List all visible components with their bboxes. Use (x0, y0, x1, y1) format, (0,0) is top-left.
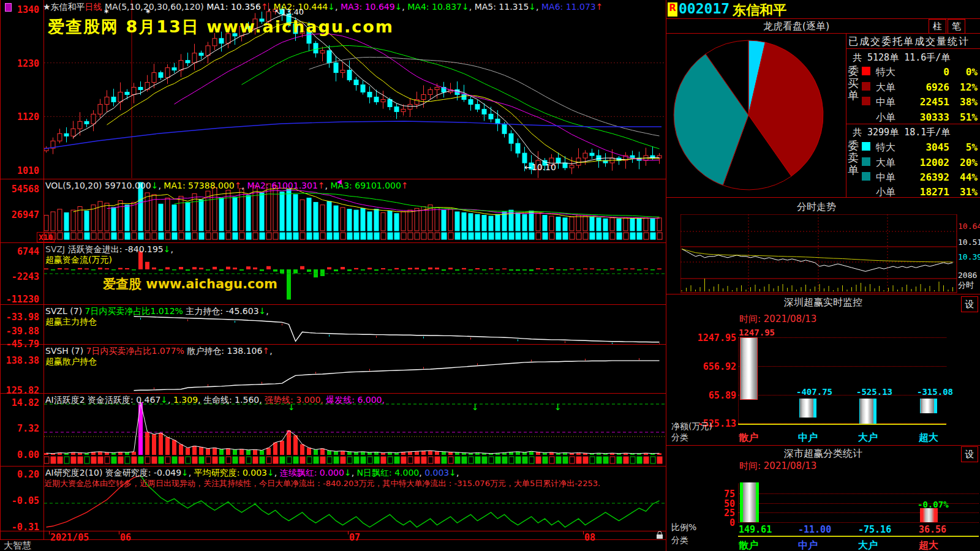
annotation-low: ←10.10 (524, 162, 556, 172)
header-segment: ↓ (267, 468, 274, 478)
tab-tick-mode[interactable]: 笔 (948, 19, 965, 34)
header-segment: MA(5,10,20,30,60,120) (102, 2, 207, 12)
header-segment: ↓ (164, 244, 171, 254)
date-label: 07 (349, 532, 360, 543)
header-segment: , (268, 2, 274, 12)
monitor-axis (738, 337, 739, 423)
class-stats-class-label: 分类 (671, 535, 688, 546)
monitor-title: 深圳超赢实时监控 (666, 296, 980, 309)
tab-column-mode[interactable]: 柱 (929, 19, 946, 34)
header-segment: ↑ (318, 181, 325, 190)
app-window: ★东信和平日线 MA(5,10,20,30,60,120) MA1: 10.35… (0, 0, 980, 551)
lock-icon[interactable] (655, 531, 664, 539)
svzl-header: SVZL (7) 7日内买卖净占比1.012% 主力持仓: -45.603↓, (45, 306, 269, 317)
class-y-label: 0 (710, 517, 735, 528)
fenshi-chart[interactable] (680, 214, 957, 293)
monitor-category: 超大 (919, 432, 938, 444)
svg-text:↓: ↓ (554, 402, 562, 412)
fenshi-right-label: 2086 (958, 271, 977, 280)
header-segment: ↑ (262, 346, 270, 356)
header-segment: , 生命线: 1.560, (198, 395, 265, 405)
app-corner-icon[interactable] (5, 3, 12, 12)
header-segment: , (274, 468, 280, 478)
date-label: 08 (584, 532, 595, 543)
header-segment: ↑ (235, 181, 242, 190)
order-row-value: 18271 (889, 186, 949, 198)
monitor-gridline (738, 366, 946, 367)
fenshi-right-label: 10.64 (958, 222, 980, 231)
buy-total: 共 5128单 11.6手/单 (853, 52, 950, 64)
header-segment: , (266, 306, 268, 316)
header-segment: , (536, 2, 541, 12)
header-segment: 0.003 (424, 468, 449, 478)
header-segment: , (402, 2, 407, 12)
svsh-axis-label: 138.38 (0, 355, 39, 366)
order-pie-chart (670, 36, 827, 194)
status-app-name: 大智慧 (4, 540, 31, 551)
monitor-category: 散户 (739, 432, 758, 444)
header-segment: ↓ (449, 468, 456, 478)
header-segment: 连续飘红: 0.000 (280, 468, 344, 478)
monitor-category: 大户 (858, 432, 878, 444)
date-tick (348, 531, 349, 534)
class-category: 超大 (919, 539, 938, 551)
header-segment: ↓ (259, 306, 266, 316)
monitor-y-label: 656.92 (691, 361, 736, 372)
date-label: 2021/05 (50, 532, 89, 543)
monitor-y-label: 1247.95 (691, 332, 736, 343)
svzj-axis-label: -2243 (0, 271, 39, 282)
svzl-axis-label: -39.88 (0, 326, 39, 337)
order-row-pct: 31% (951, 186, 978, 198)
header-segment: MA3: 10.649 (341, 2, 395, 12)
monitor-class-label: 分类 (671, 432, 688, 443)
stock-code[interactable]: 002017 (679, 1, 729, 17)
date-tick (583, 531, 584, 534)
r-badge: R (668, 2, 677, 17)
sell-total: 共 3299单 18.1手/单 (853, 127, 950, 138)
order-row-pct: 51% (951, 111, 978, 123)
header-segment: SVSH (7) (45, 346, 86, 356)
header-segment: 散户持仓: 138.106 (184, 346, 263, 356)
header-segment: 主力持仓: -45.603 (183, 306, 259, 316)
legend-square (862, 172, 870, 181)
header-segment: 东信和平 (51, 2, 85, 12)
legend-square (862, 82, 870, 91)
monitor-baseline (738, 424, 946, 425)
ai1-axis-label: 7.32 (0, 423, 39, 434)
header-segment: ↑ (261, 2, 268, 12)
stock-name[interactable]: 东信和平 (733, 1, 786, 20)
header-segment: 爆发线: 6.000, (326, 395, 385, 405)
header-segment: ↓ (160, 395, 168, 405)
header-segment: VOL(5,10,20) 59710.000 (45, 181, 151, 190)
watermark-aichagu: 爱查股网 8月13日 www.aichagu.com (48, 16, 394, 38)
order-table-title: 已成交委托单成交量统计 (848, 36, 970, 48)
date-label: 06 (120, 532, 131, 543)
monitor-bar-value: -407.75 (796, 387, 832, 397)
svsh-header: SVSH (7) 7日内买卖净占比1.077% 散户持仓: 138.106↑, (45, 346, 273, 357)
svzj-header: SVZJ 活跃资金进出: -840.195↓, (45, 244, 173, 255)
header-segment: 日线 (85, 2, 102, 12)
order-row-pct: 5% (951, 141, 978, 153)
class-bar-value: 36.56 (919, 524, 946, 535)
monitor-gridline (738, 395, 946, 395)
header-segment: MA4: 10.837 (407, 2, 462, 12)
monitor-gridline (738, 337, 946, 338)
svzl-subtitle: 超赢主力持仓 (45, 317, 97, 328)
class-bar-value: 149.61 (739, 524, 772, 535)
class-stats-settings-button[interactable]: 设 (961, 446, 978, 462)
header-segment: AI研究度2(10) 资金研究度: -0.049 (45, 468, 181, 478)
order-row-value: 3045 (889, 141, 949, 153)
header-segment: ↑ (401, 181, 409, 190)
order-row-value: 26392 (889, 171, 949, 183)
monitor-settings-button[interactable]: 设 (961, 296, 978, 312)
header-segment: , (170, 244, 173, 254)
header-segment: , (352, 468, 357, 478)
fenshi-title: 分时走势 (666, 201, 967, 214)
class-bar-value: -11.00 (798, 524, 831, 535)
ai-activity-header: AI活跃度2 资金活跃度: 0.467↓, 1.309, 生命线: 1.560,… (45, 395, 385, 406)
header-segment: , (168, 395, 173, 405)
monitor-category: 中户 (798, 432, 818, 444)
class-stats-title: 深市超赢分类统计 (666, 448, 980, 460)
class-stats-time: 时间: 2021/08/13 (739, 460, 816, 472)
chart-marker-asterisk: * (146, 7, 150, 17)
